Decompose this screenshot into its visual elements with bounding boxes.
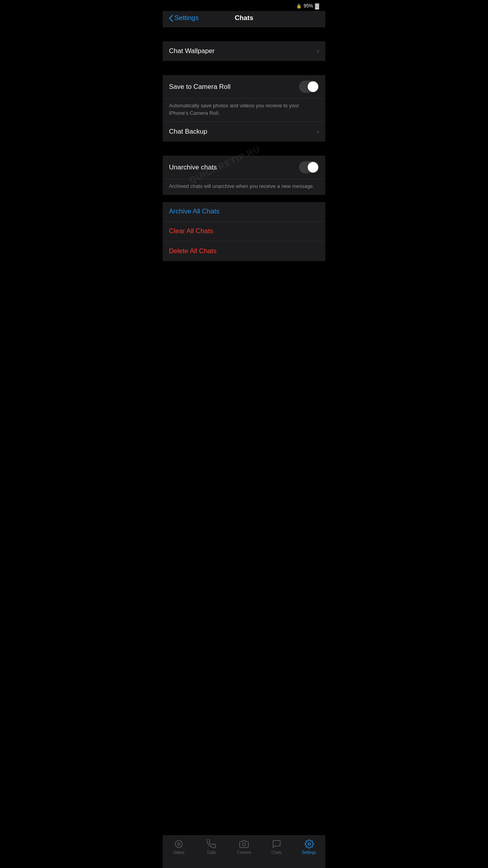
archive-all-chats-item[interactable]: Archive All Chats	[163, 202, 325, 222]
unarchive-toggle-thumb	[308, 162, 318, 173]
status-icons: 🔒 95% ▓	[296, 3, 319, 9]
backup-section: Chat Backup ›	[163, 121, 325, 142]
unarchive-section: Unarchive chats Archived chats will unar…	[163, 156, 325, 195]
back-label: Settings	[174, 14, 198, 22]
chevron-right-icon: ›	[317, 47, 319, 55]
camera-roll-description: Automatically save photos and videos you…	[163, 99, 325, 121]
media-section: Save to Camera Roll Automatically save p…	[163, 75, 325, 121]
battery-percentage: 95%	[304, 3, 313, 9]
delete-all-chats-label: Delete All Chats	[169, 247, 216, 255]
status-bar: 🔒 95% ▓	[163, 0, 325, 11]
unarchive-chats-item[interactable]: Unarchive chats	[163, 156, 325, 179]
toggle-track	[299, 81, 319, 93]
lock-icon: 🔒	[296, 4, 302, 9]
unarchive-toggle-track	[299, 161, 319, 173]
unarchive-description: Archived chats will unarchive when you r…	[163, 179, 325, 195]
nav-header: Settings Chats	[163, 11, 325, 27]
clear-all-chats-label: Clear All Chats	[169, 227, 213, 235]
section-gap-3	[163, 142, 325, 156]
chat-backup-item[interactable]: Chat Backup ›	[163, 122, 325, 142]
chat-wallpaper-label: Chat Wallpaper	[169, 47, 215, 55]
unarchive-section-wrapper: QUICKRETIP.RU Unarchive chats Archived c…	[163, 156, 325, 195]
page-title: Chats	[235, 14, 253, 22]
section-gap-2	[163, 61, 325, 75]
save-camera-roll-item[interactable]: Save to Camera Roll	[163, 75, 325, 99]
back-button[interactable]: Settings	[169, 14, 198, 22]
chat-backup-label: Chat Backup	[169, 128, 207, 136]
display-section: Chat Wallpaper ›	[163, 41, 325, 61]
section-gap-1	[163, 27, 325, 41]
unarchive-chats-label: Unarchive chats	[169, 164, 217, 171]
save-camera-roll-label: Save to Camera Roll	[169, 83, 231, 91]
section-gap-4	[163, 195, 325, 202]
backup-chevron-icon: ›	[317, 128, 319, 136]
toggle-thumb	[308, 81, 318, 92]
unarchive-toggle[interactable]	[299, 161, 319, 173]
camera-roll-description-text: Automatically save photos and videos you…	[169, 103, 299, 116]
save-camera-roll-toggle[interactable]	[299, 81, 319, 93]
delete-all-chats-item[interactable]: Delete All Chats	[163, 241, 325, 261]
back-chevron-icon	[169, 15, 173, 22]
scroll-content: Chat Wallpaper › Save to Camera Roll Aut…	[163, 27, 325, 296]
battery-icon: ▓	[315, 3, 319, 9]
actions-section: Archive All Chats Clear All Chats Delete…	[163, 202, 325, 261]
unarchive-description-text: Archived chats will unarchive when you r…	[169, 183, 314, 189]
chat-wallpaper-item[interactable]: Chat Wallpaper ›	[163, 41, 325, 61]
clear-all-chats-item[interactable]: Clear All Chats	[163, 222, 325, 241]
archive-all-chats-label: Archive All Chats	[169, 208, 220, 215]
